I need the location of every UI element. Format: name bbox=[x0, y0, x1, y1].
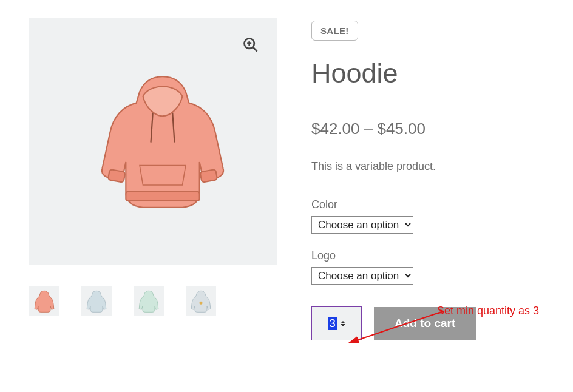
svg-rect-6 bbox=[200, 169, 218, 183]
thumbnail-4[interactable] bbox=[186, 286, 216, 316]
thumbnail-2[interactable] bbox=[81, 286, 112, 316]
sale-badge: SALE! bbox=[311, 21, 358, 41]
product-price: $42.00 – $45.00 bbox=[311, 120, 544, 138]
variation-color: Color Choose an option bbox=[311, 198, 544, 234]
svg-point-7 bbox=[200, 302, 203, 305]
product-main-image[interactable] bbox=[29, 18, 277, 265]
svg-line-1 bbox=[253, 47, 257, 52]
quantity-stepper[interactable]: 3 bbox=[311, 306, 362, 340]
variation-logo: Logo Choose an option bbox=[311, 249, 544, 285]
chevron-down-icon[interactable] bbox=[341, 324, 345, 326]
color-select[interactable]: Choose an option bbox=[311, 216, 413, 234]
add-to-cart-button[interactable]: Add to cart bbox=[374, 307, 476, 340]
add-to-cart-row: 3 Add to cart bbox=[311, 306, 544, 340]
thumbnail-1[interactable] bbox=[29, 286, 59, 316]
svg-rect-4 bbox=[126, 192, 199, 201]
hoodie-illustration bbox=[96, 67, 229, 225]
thumbnail-row bbox=[29, 286, 277, 316]
product-gallery bbox=[29, 18, 277, 340]
chevron-up-icon[interactable] bbox=[341, 321, 345, 323]
color-label: Color bbox=[311, 198, 544, 211]
thumbnail-3[interactable] bbox=[134, 286, 164, 316]
logo-select[interactable]: Choose an option bbox=[311, 267, 413, 285]
product-title: Hoodie bbox=[311, 58, 544, 89]
product-summary: SALE! Hoodie $42.00 – $45.00 This is a v… bbox=[311, 18, 544, 340]
zoom-icon[interactable] bbox=[242, 36, 259, 53]
product-description: This is a variable product. bbox=[311, 160, 544, 173]
svg-rect-5 bbox=[108, 169, 126, 183]
logo-label: Logo bbox=[311, 249, 544, 262]
quantity-value: 3 bbox=[328, 317, 337, 330]
